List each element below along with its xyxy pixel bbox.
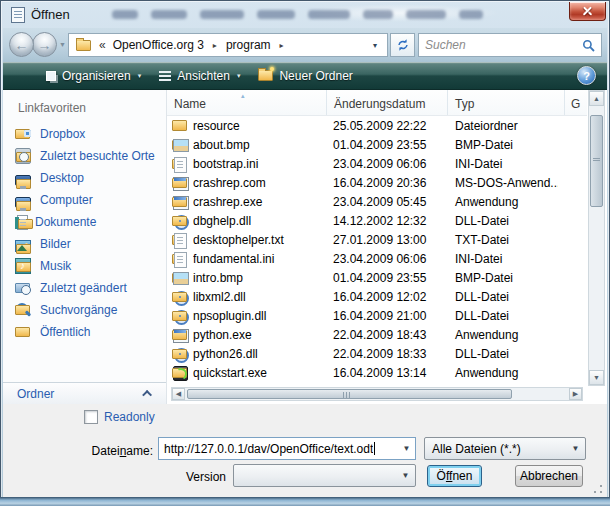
file-type-icon <box>172 194 188 210</box>
sidebar-item-label: Musik <box>40 259 71 273</box>
file-name: python26.dll <box>193 347 327 361</box>
horizontal-scroll-thumb[interactable] <box>187 389 512 399</box>
scroll-up-icon[interactable]: ▲ <box>589 91 604 106</box>
file-type: Anwendung <box>448 328 558 342</box>
file-icon-cell <box>167 137 193 153</box>
sidebar-item[interactable]: Bilder <box>3 233 166 255</box>
breadcrumb-segment[interactable]: program <box>224 38 273 52</box>
file-date: 16.04.2009 21:00 <box>327 309 448 323</box>
address-dropdown-icon[interactable]: ▾ <box>367 41 383 50</box>
sidebar-item[interactable]: Computer <box>3 189 166 211</box>
file-icon-cell <box>167 251 193 267</box>
search-input[interactable]: Suchen <box>418 33 602 57</box>
sidebar-item-label: Computer <box>40 193 93 207</box>
vertical-scrollbar[interactable]: ▲ ▼ <box>588 90 605 386</box>
favorites-header: Linkfavoriten <box>18 101 86 115</box>
file-row[interactable]: crashrep.exe 23.04.2009 05:45 Anwendung <box>167 192 587 211</box>
breadcrumb-separator-icon[interactable]: ▸ <box>213 41 217 50</box>
file-row[interactable]: bootstrap.ini 23.04.2009 06:06 INI-Datei <box>167 154 587 173</box>
readonly-label: Readonly <box>104 410 155 424</box>
file-row[interactable]: crashrep.com 16.04.2009 20:36 MS-DOS-Anw… <box>167 173 587 192</box>
breadcrumb-separator-icon[interactable]: ▸ <box>280 41 284 50</box>
file-row[interactable]: desktophelper.txt 27.01.2009 13:00 TXT-D… <box>167 230 587 249</box>
sidebar-item[interactable]: Musik <box>3 255 166 277</box>
breadcrumb-segment[interactable]: OpenOffice.org 3 <box>111 38 206 52</box>
refresh-button[interactable] <box>390 33 415 57</box>
file-type: DLL-Datei <box>448 347 558 361</box>
cancel-button[interactable]: Abbrechen <box>515 465 583 487</box>
chevron-down-icon: ▼ <box>568 444 585 453</box>
column-header-date[interactable]: Änderungsdatum <box>327 90 448 115</box>
file-row[interactable]: resource 25.05.2009 22:22 Dateiordner <box>167 116 587 135</box>
column-headers: Name ▴ Änderungsdatum Typ G <box>167 90 587 116</box>
views-button[interactable]: Ansichten ▾ <box>150 64 249 88</box>
readonly-checkbox[interactable] <box>84 410 98 424</box>
resize-grip[interactable] <box>593 484 603 494</box>
file-type: TXT-Datei <box>448 233 558 247</box>
file-date: 27.01.2009 13:00 <box>327 233 448 247</box>
file-type-icon <box>172 175 188 191</box>
column-header-type[interactable]: Typ <box>448 90 565 115</box>
open-button[interactable]: Öffnen <box>427 465 482 487</box>
file-row[interactable]: npsoplugin.dll 16.04.2009 21:00 DLL-Date… <box>167 306 587 325</box>
filename-input[interactable]: http://127.0.0.1/dav/OpenOffice/text.odt… <box>158 437 416 460</box>
column-header-name[interactable]: Name ▴ <box>167 90 327 115</box>
new-folder-button[interactable]: Neuer Ordner <box>249 64 361 88</box>
sidebar-item[interactable]: Zuletzt geändert <box>3 277 166 299</box>
folders-expander[interactable]: Ordner <box>3 382 166 404</box>
version-label: Version <box>154 470 226 484</box>
refresh-icon <box>396 38 410 52</box>
breadcrumb[interactable]: « OpenOffice.org 3 ▸ program ▸ ▾ <box>68 33 388 57</box>
close-button[interactable] <box>569 2 606 21</box>
sidebar-item[interactable]: Zuletzt besuchte Orte <box>3 145 166 167</box>
sidebar-item-icon <box>15 302 31 318</box>
file-date: 01.04.2009 23:55 <box>327 271 448 285</box>
sidebar-item-icon <box>15 126 31 142</box>
column-header-size[interactable]: G <box>565 90 587 115</box>
dialog-title: Öffnen <box>31 7 70 22</box>
filename-value: http://127.0.0.1/dav/OpenOffice/text.odt <box>164 442 373 456</box>
forward-button[interactable]: → <box>32 32 57 57</box>
breadcrumb-collapse-chevrons[interactable]: « <box>99 38 106 52</box>
sidebar-item-label: Öffentlich <box>40 325 90 339</box>
text-caret <box>374 442 375 455</box>
scroll-left-icon[interactable]: ◀ <box>172 388 185 400</box>
file-row[interactable]: python26.dll 22.04.2009 18:33 DLL-Datei <box>167 344 587 363</box>
history-dropdown-icon[interactable]: ▼ <box>59 41 66 48</box>
folder-icon <box>76 40 91 51</box>
scroll-down-icon[interactable]: ▼ <box>589 370 604 385</box>
vertical-scroll-thumb[interactable] <box>590 115 603 207</box>
file-row[interactable]: dbghelp.dll 14.12.2002 12:32 DLL-Datei <box>167 211 587 230</box>
folder-shape <box>172 140 187 150</box>
help-button[interactable]: ? <box>577 66 596 85</box>
file-date: 22.04.2009 18:43 <box>327 328 448 342</box>
sidebar-item[interactable]: Dropbox <box>3 123 166 145</box>
sidebar-item[interactable]: Dokumente <box>3 211 166 233</box>
filetype-select[interactable]: Alle Dateien (*.*) ▼ <box>424 437 586 460</box>
file-row[interactable]: fundamental.ini 23.04.2009 06:06 INI-Dat… <box>167 249 587 268</box>
organize-button[interactable]: Organisieren ▾ <box>37 64 150 88</box>
file-name: fundamental.ini <box>193 252 327 266</box>
file-row[interactable]: about.bmp 01.04.2009 23:55 BMP-Datei <box>167 135 587 154</box>
file-name: crashrep.com <box>193 176 327 190</box>
horizontal-scrollbar[interactable]: ◀ ▶ <box>171 387 583 401</box>
file-row[interactable]: quickstart.exe 16.04.2009 13:14 Anwendun… <box>167 363 587 382</box>
sidebar-item[interactable]: Desktop <box>3 167 166 189</box>
file-icon-cell <box>167 232 193 248</box>
scroll-right-icon[interactable]: ▶ <box>569 388 582 400</box>
dialog-footer: Readonly Dateiname: http://127.0.0.1/dav… <box>3 404 607 497</box>
sidebar-item-label: Dropbox <box>40 127 85 141</box>
column-label: Typ <box>455 97 474 111</box>
file-row[interactable]: libxml2.dll 16.04.2009 12:02 DLL-Datei <box>167 287 587 306</box>
chevron-down-icon: ▾ <box>138 72 142 80</box>
sidebar-item[interactable]: Suchvorgänge <box>3 299 166 321</box>
file-row[interactable]: python.exe 22.04.2009 18:43 Anwendung <box>167 325 587 344</box>
file-row[interactable]: intro.bmp 01.04.2009 23:55 BMP-Datei <box>167 268 587 287</box>
version-select[interactable]: ▼ <box>233 464 416 487</box>
back-button[interactable]: ← <box>9 32 34 57</box>
sidebar-item[interactable]: Öffentlich <box>3 321 166 343</box>
filename-dropdown-icon[interactable]: ▼ <box>398 444 415 453</box>
titlebar[interactable]: Öffnen <box>0 0 610 28</box>
file-date: 16.04.2009 13:14 <box>327 366 448 380</box>
organize-label: Organisieren <box>62 69 131 83</box>
